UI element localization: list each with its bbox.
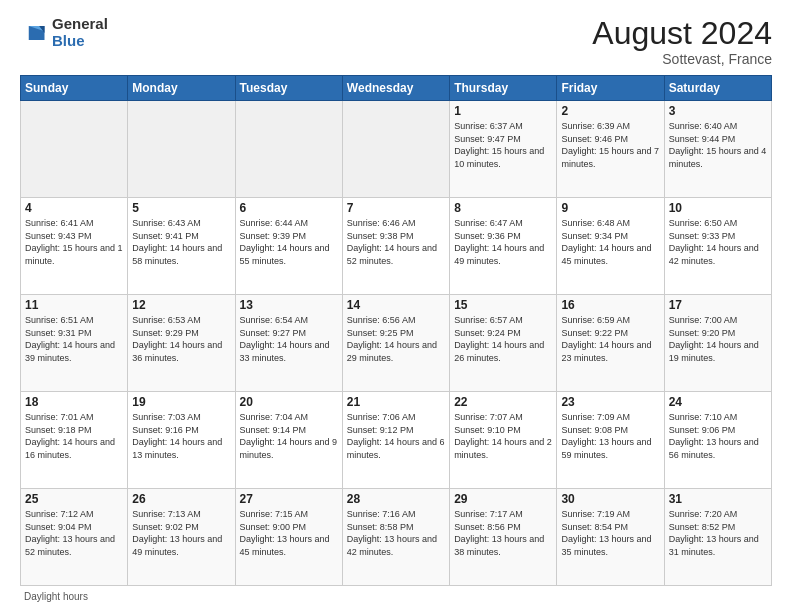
day-info: Sunrise: 7:12 AMSunset: 9:04 PMDaylight:… — [25, 509, 115, 557]
logo-general: General — [52, 16, 108, 33]
header-day-thursday: Thursday — [450, 76, 557, 101]
day-info: Sunrise: 6:57 AMSunset: 9:24 PMDaylight:… — [454, 315, 544, 363]
calendar-cell: 20Sunrise: 7:04 AMSunset: 9:14 PMDayligh… — [235, 392, 342, 489]
logo-text: General Blue — [52, 16, 108, 49]
day-info: Sunrise: 7:19 AMSunset: 8:54 PMDaylight:… — [561, 509, 651, 557]
calendar-cell: 5Sunrise: 6:43 AMSunset: 9:41 PMDaylight… — [128, 198, 235, 295]
calendar-cell: 6Sunrise: 6:44 AMSunset: 9:39 PMDaylight… — [235, 198, 342, 295]
day-number: 20 — [240, 395, 338, 409]
day-info: Sunrise: 7:01 AMSunset: 9:18 PMDaylight:… — [25, 412, 115, 460]
footer: Daylight hours — [20, 591, 772, 602]
week-row-2: 4Sunrise: 6:41 AMSunset: 9:43 PMDaylight… — [21, 198, 772, 295]
week-row-3: 11Sunrise: 6:51 AMSunset: 9:31 PMDayligh… — [21, 295, 772, 392]
day-number: 24 — [669, 395, 767, 409]
calendar-cell: 24Sunrise: 7:10 AMSunset: 9:06 PMDayligh… — [664, 392, 771, 489]
header-row: SundayMondayTuesdayWednesdayThursdayFrid… — [21, 76, 772, 101]
day-info: Sunrise: 6:43 AMSunset: 9:41 PMDaylight:… — [132, 218, 222, 266]
day-number: 19 — [132, 395, 230, 409]
day-number: 4 — [25, 201, 123, 215]
day-number: 1 — [454, 104, 552, 118]
day-number: 5 — [132, 201, 230, 215]
calendar-cell: 13Sunrise: 6:54 AMSunset: 9:27 PMDayligh… — [235, 295, 342, 392]
calendar-cell: 3Sunrise: 6:40 AMSunset: 9:44 PMDaylight… — [664, 101, 771, 198]
day-number: 13 — [240, 298, 338, 312]
calendar-cell: 29Sunrise: 7:17 AMSunset: 8:56 PMDayligh… — [450, 489, 557, 586]
day-info: Sunrise: 6:37 AMSunset: 9:47 PMDaylight:… — [454, 121, 544, 169]
day-number: 7 — [347, 201, 445, 215]
day-info: Sunrise: 7:06 AMSunset: 9:12 PMDaylight:… — [347, 412, 445, 460]
day-info: Sunrise: 7:09 AMSunset: 9:08 PMDaylight:… — [561, 412, 651, 460]
day-info: Sunrise: 6:44 AMSunset: 9:39 PMDaylight:… — [240, 218, 330, 266]
day-info: Sunrise: 6:40 AMSunset: 9:44 PMDaylight:… — [669, 121, 767, 169]
day-number: 26 — [132, 492, 230, 506]
day-number: 14 — [347, 298, 445, 312]
day-info: Sunrise: 7:10 AMSunset: 9:06 PMDaylight:… — [669, 412, 759, 460]
calendar-cell: 12Sunrise: 6:53 AMSunset: 9:29 PMDayligh… — [128, 295, 235, 392]
logo: General Blue — [20, 16, 108, 49]
week-row-4: 18Sunrise: 7:01 AMSunset: 9:18 PMDayligh… — [21, 392, 772, 489]
day-number: 17 — [669, 298, 767, 312]
calendar-cell — [21, 101, 128, 198]
month-year-title: August 2024 — [592, 16, 772, 51]
day-info: Sunrise: 7:17 AMSunset: 8:56 PMDaylight:… — [454, 509, 544, 557]
calendar-cell: 30Sunrise: 7:19 AMSunset: 8:54 PMDayligh… — [557, 489, 664, 586]
header-day-saturday: Saturday — [664, 76, 771, 101]
day-info: Sunrise: 6:48 AMSunset: 9:34 PMDaylight:… — [561, 218, 651, 266]
day-number: 29 — [454, 492, 552, 506]
calendar-table: SundayMondayTuesdayWednesdayThursdayFrid… — [20, 75, 772, 586]
calendar-cell: 21Sunrise: 7:06 AMSunset: 9:12 PMDayligh… — [342, 392, 449, 489]
day-number: 16 — [561, 298, 659, 312]
calendar-cell: 11Sunrise: 6:51 AMSunset: 9:31 PMDayligh… — [21, 295, 128, 392]
calendar-cell: 17Sunrise: 7:00 AMSunset: 9:20 PMDayligh… — [664, 295, 771, 392]
day-info: Sunrise: 6:54 AMSunset: 9:27 PMDaylight:… — [240, 315, 330, 363]
calendar-cell: 26Sunrise: 7:13 AMSunset: 9:02 PMDayligh… — [128, 489, 235, 586]
header-day-monday: Monday — [128, 76, 235, 101]
day-number: 27 — [240, 492, 338, 506]
day-number: 11 — [25, 298, 123, 312]
calendar-cell: 25Sunrise: 7:12 AMSunset: 9:04 PMDayligh… — [21, 489, 128, 586]
day-info: Sunrise: 7:13 AMSunset: 9:02 PMDaylight:… — [132, 509, 222, 557]
header-day-sunday: Sunday — [21, 76, 128, 101]
day-number: 18 — [25, 395, 123, 409]
day-number: 21 — [347, 395, 445, 409]
daylight-hours-label: Daylight hours — [24, 591, 88, 602]
day-number: 25 — [25, 492, 123, 506]
calendar-cell: 18Sunrise: 7:01 AMSunset: 9:18 PMDayligh… — [21, 392, 128, 489]
day-info: Sunrise: 6:51 AMSunset: 9:31 PMDaylight:… — [25, 315, 115, 363]
day-info: Sunrise: 7:00 AMSunset: 9:20 PMDaylight:… — [669, 315, 759, 363]
calendar-cell: 4Sunrise: 6:41 AMSunset: 9:43 PMDaylight… — [21, 198, 128, 295]
day-number: 10 — [669, 201, 767, 215]
calendar-body: 1Sunrise: 6:37 AMSunset: 9:47 PMDaylight… — [21, 101, 772, 586]
logo-icon — [20, 19, 48, 47]
day-number: 30 — [561, 492, 659, 506]
day-number: 28 — [347, 492, 445, 506]
calendar-cell: 2Sunrise: 6:39 AMSunset: 9:46 PMDaylight… — [557, 101, 664, 198]
calendar-cell: 31Sunrise: 7:20 AMSunset: 8:52 PMDayligh… — [664, 489, 771, 586]
day-number: 23 — [561, 395, 659, 409]
calendar-cell — [235, 101, 342, 198]
day-info: Sunrise: 6:50 AMSunset: 9:33 PMDaylight:… — [669, 218, 759, 266]
day-number: 2 — [561, 104, 659, 118]
day-number: 9 — [561, 201, 659, 215]
day-info: Sunrise: 7:20 AMSunset: 8:52 PMDaylight:… — [669, 509, 759, 557]
calendar-cell: 8Sunrise: 6:47 AMSunset: 9:36 PMDaylight… — [450, 198, 557, 295]
header-day-tuesday: Tuesday — [235, 76, 342, 101]
day-info: Sunrise: 6:46 AMSunset: 9:38 PMDaylight:… — [347, 218, 437, 266]
day-info: Sunrise: 7:03 AMSunset: 9:16 PMDaylight:… — [132, 412, 222, 460]
day-info: Sunrise: 6:53 AMSunset: 9:29 PMDaylight:… — [132, 315, 222, 363]
day-number: 22 — [454, 395, 552, 409]
calendar-cell: 1Sunrise: 6:37 AMSunset: 9:47 PMDaylight… — [450, 101, 557, 198]
day-number: 12 — [132, 298, 230, 312]
day-info: Sunrise: 6:41 AMSunset: 9:43 PMDaylight:… — [25, 218, 123, 266]
header-day-friday: Friday — [557, 76, 664, 101]
header: General Blue August 2024 Sottevast, Fran… — [20, 16, 772, 67]
calendar-cell: 19Sunrise: 7:03 AMSunset: 9:16 PMDayligh… — [128, 392, 235, 489]
header-day-wednesday: Wednesday — [342, 76, 449, 101]
calendar-cell: 10Sunrise: 6:50 AMSunset: 9:33 PMDayligh… — [664, 198, 771, 295]
calendar-cell: 23Sunrise: 7:09 AMSunset: 9:08 PMDayligh… — [557, 392, 664, 489]
day-info: Sunrise: 7:07 AMSunset: 9:10 PMDaylight:… — [454, 412, 552, 460]
day-info: Sunrise: 6:56 AMSunset: 9:25 PMDaylight:… — [347, 315, 437, 363]
day-info: Sunrise: 6:59 AMSunset: 9:22 PMDaylight:… — [561, 315, 651, 363]
calendar-cell: 16Sunrise: 6:59 AMSunset: 9:22 PMDayligh… — [557, 295, 664, 392]
day-info: Sunrise: 6:39 AMSunset: 9:46 PMDaylight:… — [561, 121, 659, 169]
